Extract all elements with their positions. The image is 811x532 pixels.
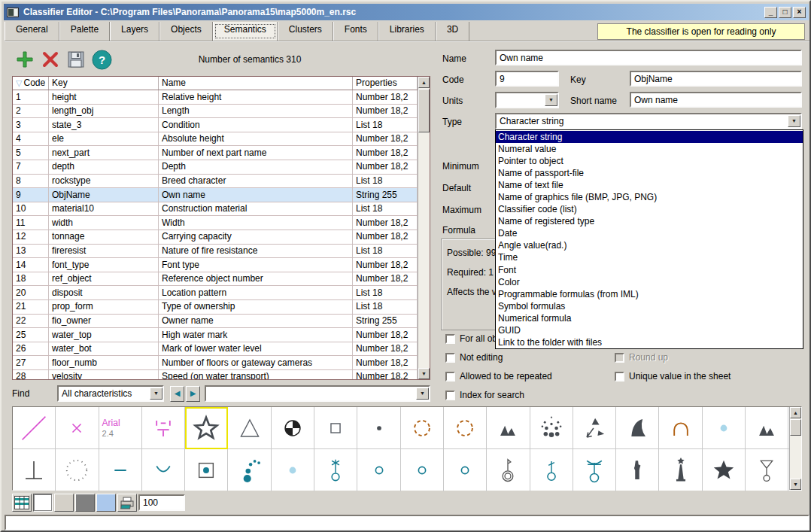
scrollbar-thumb[interactable]: [790, 419, 801, 436]
table-row[interactable]: 3state_3ConditionList 18: [13, 118, 418, 132]
type-option[interactable]: Time: [496, 251, 803, 263]
pole-circle-symbol[interactable]: [530, 449, 573, 491]
mountains-symbol[interactable]: [487, 407, 530, 449]
arc-symbol[interactable]: [659, 407, 702, 449]
printer-icon[interactable]: [117, 494, 137, 512]
curve-u-symbol[interactable]: [142, 449, 185, 491]
table-row[interactable]: 25water_topHigh water markNumber 18,2: [13, 328, 418, 342]
checkbox-box[interactable]: [615, 372, 624, 382]
tab-objects[interactable]: Objects: [159, 22, 213, 41]
background-swatch-2[interactable]: [75, 494, 95, 512]
type-option[interactable]: Programmable formulas (from IML): [496, 288, 803, 300]
dot-lightblue-symbol[interactable]: [703, 407, 746, 449]
perpendicular-symbol[interactable]: [13, 449, 56, 491]
column-header-name[interactable]: Name: [159, 77, 353, 90]
table-row[interactable]: 13fireresistNature of fire resistanceLis…: [13, 245, 418, 259]
table-row[interactable]: 12tonnageCarrying capacityNumber 18,2: [13, 230, 418, 245]
type-option[interactable]: Classifier code (list): [496, 203, 803, 215]
y-pole-symbol[interactable]: [746, 449, 788, 491]
table-row[interactable]: 28velositySpeed (on water transport)Numb…: [13, 370, 418, 379]
table-row[interactable]: 1heightRelative heightNumber 18,2: [13, 90, 418, 105]
checkbox-box[interactable]: [445, 391, 455, 400]
checkbox-for-all-ob[interactable]: For all ob: [445, 333, 497, 344]
tab-clusters[interactable]: Clusters: [278, 22, 333, 41]
table-row[interactable]: 26water_botMark of lower water levelNumb…: [13, 342, 418, 357]
maximize-button[interactable]: □: [779, 7, 791, 18]
symbols-scrollbar[interactable]: ▲ ▼: [789, 407, 801, 490]
tab-fonts[interactable]: Fonts: [333, 22, 378, 41]
flag-double-circle-symbol[interactable]: [487, 449, 530, 491]
column-header-key[interactable]: Key: [49, 77, 159, 90]
close-button[interactable]: ×: [793, 7, 806, 18]
tab-semantics[interactable]: Semantics: [213, 22, 278, 41]
table-row[interactable]: 14font_typeFont typeNumber 18,2: [13, 258, 418, 272]
square-dot-symbol[interactable]: [185, 449, 228, 491]
table-row[interactable]: 27floor_numbNumber of floors or gateway …: [13, 356, 418, 370]
column-header-properties[interactable]: Properties: [353, 77, 418, 90]
checkbox-box[interactable]: [445, 353, 455, 363]
background-swatch-0[interactable]: [33, 494, 53, 512]
scroll-down-icon[interactable]: ▼: [418, 368, 430, 379]
checkbox-allowed-to-be-repeated[interactable]: Allowed to be repeated: [445, 371, 552, 382]
type-option[interactable]: Symbol formulas: [496, 300, 803, 312]
mountains-symbol[interactable]: [746, 407, 788, 449]
scroll-down-icon[interactable]: ▼: [790, 479, 801, 490]
dashed-circle-symbol[interactable]: [401, 407, 444, 449]
table-row[interactable]: 2length_objLengthNumber 18,2: [13, 105, 418, 119]
chevron-down-icon[interactable]: ▼: [788, 115, 800, 127]
dash-marks-symbol[interactable]: [142, 407, 185, 449]
type-option[interactable]: Date: [496, 227, 803, 239]
type-option[interactable]: Angle value(rad.): [496, 239, 803, 251]
type-option[interactable]: Numerical formula: [496, 312, 803, 324]
type-option[interactable]: Link to the folder with files: [496, 336, 803, 348]
titlebar[interactable]: Classifier Editor - C:\Program Files\Pan…: [4, 4, 809, 20]
type-option[interactable]: Pointer to object: [496, 155, 803, 167]
cross-symbol[interactable]: [56, 407, 99, 449]
triangle-outline-symbol[interactable]: [228, 407, 271, 449]
chevron-down-icon[interactable]: ▼: [545, 94, 557, 106]
dots-cluster-symbol[interactable]: [530, 407, 573, 449]
chevron-down-icon[interactable]: ▼: [150, 388, 163, 400]
type-option[interactable]: GUID: [496, 324, 803, 336]
help-icon[interactable]: ?: [89, 47, 114, 71]
tab-libraries[interactable]: Libraries: [378, 22, 436, 41]
table-row[interactable]: 8rockstypeBreed characterList 18: [13, 175, 418, 189]
rock-fin-symbol[interactable]: [616, 407, 659, 449]
palette-grid-icon[interactable]: [12, 494, 32, 512]
column-header-code[interactable]: ▽Code: [13, 77, 49, 90]
dot-lightblue-symbol[interactable]: [272, 449, 314, 491]
table-row[interactable]: 4eleAbsolute heightNumber 18,2: [13, 132, 418, 147]
delete-semantic-button[interactable]: [38, 47, 63, 71]
diagonal-line-symbol[interactable]: [13, 407, 56, 449]
checkbox-box[interactable]: [445, 372, 455, 382]
chevron-down-icon[interactable]: ▼: [416, 388, 429, 400]
checkbox-index-for-search[interactable]: Index for search: [445, 390, 524, 400]
table-row[interactable]: 18ref_objectReference object numberNumbe…: [13, 272, 418, 287]
tab-palette[interactable]: Palette: [59, 22, 110, 41]
find-search-combobox[interactable]: ▼: [205, 385, 430, 402]
scroll-up-icon[interactable]: ▲: [418, 77, 430, 88]
code-field[interactable]: [495, 71, 559, 87]
background-swatch-3[interactable]: [96, 494, 116, 512]
type-option[interactable]: Name of registered type: [496, 215, 803, 227]
type-option[interactable]: Font: [496, 264, 803, 276]
sort-descending-icon[interactable]: ▽: [16, 78, 22, 87]
asterisk-pole-symbol[interactable]: [314, 449, 357, 491]
add-semantic-button[interactable]: [12, 47, 38, 71]
star-filled-symbol[interactable]: [703, 449, 746, 491]
dotted-circle-symbol[interactable]: [56, 449, 99, 491]
minimize-button[interactable]: _: [764, 7, 777, 18]
scale-input[interactable]: [138, 494, 185, 511]
scroll-up-icon[interactable]: ▲: [790, 407, 801, 418]
table-row[interactable]: 7depthDepthNumber 18,2: [13, 160, 418, 175]
circle-teal-symbol[interactable]: [444, 449, 487, 491]
find-prev-button[interactable]: ◀: [170, 386, 184, 402]
circle-teal-symbol[interactable]: [401, 449, 444, 491]
checkbox-not-editing[interactable]: Not editing: [445, 352, 503, 363]
checkbox-unique-value-in-the-sheet[interactable]: Unique value in the sheet: [615, 371, 731, 382]
antenna-circle-symbol[interactable]: [573, 449, 616, 491]
find-next-button[interactable]: ▶: [186, 386, 200, 402]
square-outline-symbol[interactable]: [314, 407, 357, 449]
save-icon[interactable]: [63, 47, 89, 71]
tab-3d[interactable]: 3D: [436, 22, 469, 41]
